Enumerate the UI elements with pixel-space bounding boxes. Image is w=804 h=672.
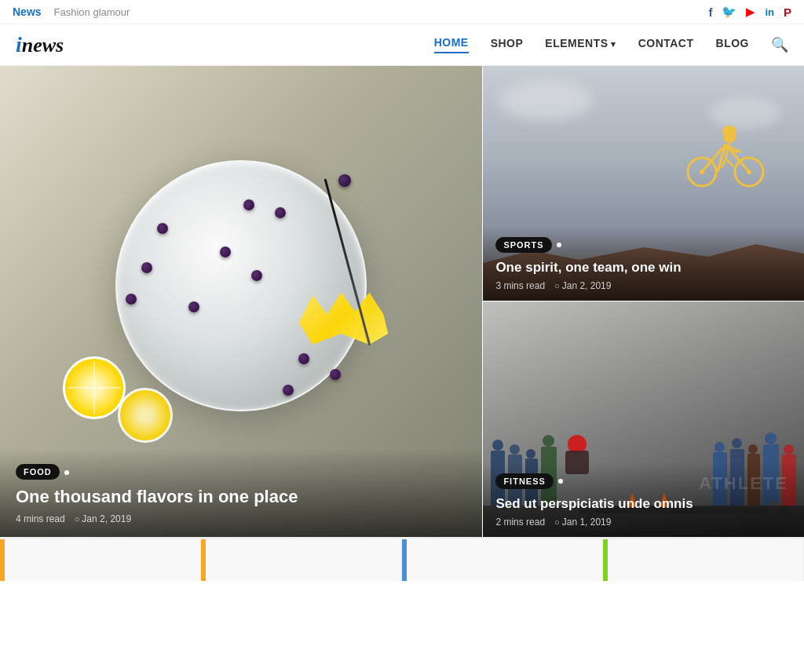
nav-contact[interactable]: CONTACT bbox=[638, 37, 694, 53]
clock-icon: ○ bbox=[75, 514, 80, 524]
food-read-time: 4 mins read bbox=[16, 513, 65, 524]
fitness-overlay: FITNESS Sed ut perspiciatis unde omnis 2… bbox=[483, 462, 804, 537]
top-bar-tagline: Fashion glamour bbox=[54, 6, 130, 18]
strip-content-4 bbox=[608, 539, 803, 581]
sports-title: One spirit, one team, one win bbox=[495, 259, 791, 276]
sports-read-time: 3 mins read bbox=[495, 280, 545, 291]
social-icons: f 🐦 ▶ in P bbox=[708, 5, 791, 19]
hero-main-overlay: FOOD One thousand flavors in one place 4… bbox=[0, 448, 482, 537]
svg-line-12 bbox=[725, 159, 733, 166]
berry-7 bbox=[243, 199, 254, 210]
berry-6 bbox=[188, 301, 199, 312]
hero-right-column: SPORTS One spirit, one team, one win 3 m… bbox=[482, 66, 804, 537]
berry-4 bbox=[141, 262, 152, 273]
fitness-date: ○Jan 1, 2019 bbox=[554, 517, 611, 528]
logo[interactable]: inews bbox=[16, 32, 64, 57]
pinterest-icon[interactable]: P bbox=[784, 5, 791, 19]
facebook-icon[interactable]: f bbox=[708, 5, 712, 19]
strip-item-4[interactable] bbox=[603, 539, 804, 581]
food-badge-dot bbox=[64, 470, 69, 475]
sports-clock-icon: ○ bbox=[554, 281, 560, 290]
sports-meta: 3 mins read ○Jan 2, 2019 bbox=[495, 280, 791, 291]
linkedin-icon[interactable]: in bbox=[765, 6, 774, 18]
header: inews HOME SHOP ELEMENTS CONTACT BLOG 🔍 bbox=[0, 24, 804, 66]
youtube-icon[interactable]: ▶ bbox=[746, 5, 755, 19]
berry-1 bbox=[157, 223, 168, 234]
main-nav: HOME SHOP ELEMENTS CONTACT BLOG 🔍 bbox=[434, 36, 788, 53]
berry-5 bbox=[251, 270, 262, 281]
food-article-meta: 4 mins read ○Jan 2, 2019 bbox=[16, 513, 466, 524]
fitness-title: Sed ut perspiciatis unde omnis bbox=[495, 495, 791, 513]
strip-content-2 bbox=[206, 539, 401, 581]
food-article-title: One thousand flavors in one place bbox=[16, 486, 466, 509]
nav-shop[interactable]: SHOP bbox=[491, 37, 524, 53]
top-bar-news-link[interactable]: News bbox=[13, 5, 42, 18]
sports-date: ○Jan 2, 2019 bbox=[554, 280, 611, 291]
hero-main-card[interactable]: FOOD One thousand flavors in one place 4… bbox=[0, 66, 482, 537]
berry-8 bbox=[126, 294, 137, 305]
top-bar-left: News Fashion glamour bbox=[13, 5, 130, 18]
nav-home[interactable]: HOME bbox=[434, 36, 469, 53]
hero-grid: FOOD One thousand flavors in one place 4… bbox=[0, 66, 804, 537]
fitness-clock-icon: ○ bbox=[554, 517, 560, 527]
berry-3 bbox=[275, 207, 286, 218]
fitness-read-time: 2 mins read bbox=[495, 517, 545, 528]
fitness-card[interactable]: ATHLETE FITNESS Sed ut perspiciatis unde… bbox=[482, 301, 804, 537]
food-badge-label: FOOD bbox=[16, 464, 60, 480]
search-icon[interactable]: 🔍 bbox=[771, 36, 788, 53]
strip-content-1 bbox=[5, 539, 200, 581]
top-bar: News Fashion glamour f 🐦 ▶ in P bbox=[0, 0, 804, 24]
sports-overlay: SPORTS One spirit, one team, one win 3 m… bbox=[483, 226, 804, 301]
sports-card[interactable]: SPORTS One spirit, one team, one win 3 m… bbox=[482, 66, 804, 301]
lemon-slice-2 bbox=[118, 388, 173, 443]
lemon-slice-1 bbox=[63, 356, 126, 419]
strip-item-2[interactable] bbox=[201, 539, 402, 581]
svg-point-13 bbox=[722, 126, 736, 137]
fitness-meta: 2 mins read ○Jan 1, 2019 bbox=[495, 517, 791, 528]
strip-item-1[interactable] bbox=[0, 539, 201, 581]
strip-item-3[interactable] bbox=[402, 539, 603, 581]
fitness-badge-dot bbox=[558, 479, 563, 484]
sports-badge-dot bbox=[557, 243, 561, 247]
sports-badge-label: SPORTS bbox=[495, 237, 551, 253]
nav-blog[interactable]: BLOG bbox=[716, 37, 749, 53]
biker-svg bbox=[678, 113, 773, 192]
nav-elements[interactable]: ELEMENTS bbox=[545, 37, 616, 53]
fitness-badge-label: FITNESS bbox=[495, 473, 553, 489]
bottom-strip bbox=[0, 537, 804, 581]
logo-text: news bbox=[22, 34, 64, 57]
twitter-icon[interactable]: 🐦 bbox=[722, 5, 736, 19]
sports-category-badge: SPORTS bbox=[495, 237, 791, 259]
strip-content-3 bbox=[407, 539, 602, 581]
berry-2 bbox=[220, 247, 231, 257]
food-date: ○Jan 2, 2019 bbox=[75, 513, 131, 524]
food-category-badge: FOOD bbox=[16, 464, 466, 486]
fitness-category-badge: FITNESS bbox=[495, 473, 791, 495]
